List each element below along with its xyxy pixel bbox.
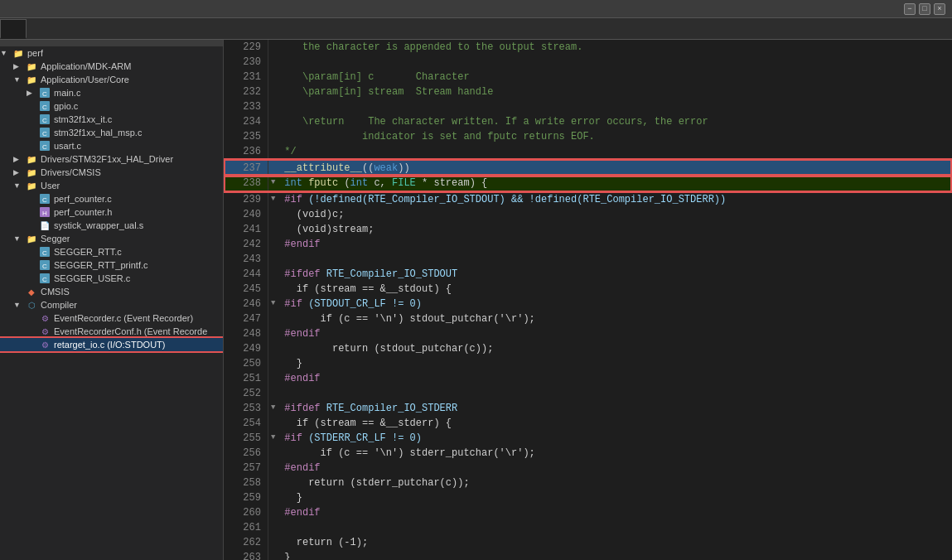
- tree-arrow-drivers-cmsis[interactable]: ▶: [13, 168, 25, 176]
- tree-item-label: usart.c: [54, 141, 81, 151]
- sidebar-item-app-user-core[interactable]: ▼📁Application/User/Core: [0, 73, 223, 86]
- gutter: [268, 207, 278, 222]
- gutter: [268, 520, 278, 535]
- sidebar-item-segger[interactable]: ▼📁Segger: [0, 232, 223, 245]
- line-content[interactable]: #if (!defined(RTE_Compiler_IO_STDOUT) &&…: [278, 191, 951, 207]
- line-content[interactable]: }: [278, 356, 951, 371]
- line-content[interactable]: __attribute__((weak)): [278, 160, 951, 176]
- sidebar-item-main-c[interactable]: ▶Cmain.c: [0, 86, 223, 99]
- line-content[interactable]: #endif: [278, 237, 951, 252]
- line-content[interactable]: if (c == '\n') stderr_putchar('\r');: [278, 446, 951, 461]
- sidebar-item-perf[interactable]: ▼📁perf: [0, 46, 223, 60]
- file-c-icon: C: [38, 100, 51, 112]
- line-number: 230: [225, 55, 268, 70]
- code-editor[interactable]: 229 the character is appended to the out…: [224, 40, 952, 560]
- line-content[interactable]: [278, 99, 951, 114]
- line-content[interactable]: }: [278, 550, 951, 560]
- maximize-button[interactable]: □: [919, 3, 930, 15]
- sidebar-item-event-recorder-conf[interactable]: ⚙EventRecorderConf.h (Event Recorde: [0, 325, 223, 338]
- line-content[interactable]: #endif: [278, 371, 951, 386]
- code-line-241: 241 (void)stream;: [225, 222, 951, 237]
- line-content[interactable]: #endif: [278, 326, 951, 341]
- code-line-250: 250 }: [225, 356, 951, 371]
- tree-arrow-app-mdk[interactable]: ▶: [13, 62, 25, 70]
- line-content[interactable]: (void)c;: [278, 207, 951, 222]
- tree-arrow-drivers-stm32[interactable]: ▶: [13, 155, 25, 163]
- line-content[interactable]: int fputc (int c, FILE * stream) {: [278, 176, 951, 191]
- code-line-261: 261: [225, 520, 951, 535]
- code-line-242: 242#endif: [225, 237, 951, 252]
- line-content[interactable]: [278, 520, 951, 535]
- line-content[interactable]: if (stream == &__stdout) {: [278, 282, 951, 297]
- line-content[interactable]: (void)stream;: [278, 222, 951, 237]
- line-content[interactable]: #endif: [278, 505, 951, 520]
- line-content[interactable]: #ifdef RTE_Compiler_IO_STDERR: [278, 401, 951, 416]
- sidebar-item-stm32f1xx-it[interactable]: Cstm32f1xx_it.c: [0, 113, 223, 126]
- line-content[interactable]: \param[in] c Character: [278, 70, 951, 84]
- tree-arrow-user[interactable]: ▼: [13, 181, 25, 190]
- sidebar-item-drivers-cmsis[interactable]: ▶📁Drivers/CMSIS: [0, 166, 223, 179]
- macro-text: (!defined(RTE_Compiler_IO_STDOUT) && !de…: [302, 194, 726, 205]
- sidebar-item-retarget-io[interactable]: ⚙retarget_io.c (I/O:STDOUT): [0, 338, 223, 351]
- sidebar-item-systick-wrapper[interactable]: 📄systick_wrapper_ual.s: [0, 219, 223, 232]
- line-content[interactable]: #ifdef RTE_Compiler_IO_STDOUT: [278, 267, 951, 282]
- tree-arrow-segger[interactable]: ▼: [13, 234, 25, 243]
- tree-arrow-perf[interactable]: ▼: [0, 49, 12, 57]
- line-content[interactable]: */: [278, 144, 951, 160]
- sidebar-item-event-recorder-c[interactable]: ⚙EventRecorder.c (Event Recorder): [0, 311, 223, 325]
- svg-text:C: C: [42, 104, 47, 111]
- line-content[interactable]: }: [278, 490, 951, 505]
- sidebar-item-perf-counter-c[interactable]: Cperf_counter.c: [0, 192, 223, 205]
- line-content[interactable]: return (stdout_putchar(c));: [278, 341, 951, 356]
- line-content[interactable]: [278, 386, 951, 401]
- gutter: [268, 311, 278, 326]
- file-c-icon: C: [38, 140, 51, 152]
- sidebar-item-app-mdk[interactable]: ▶📁Application/MDK-ARM: [0, 60, 223, 73]
- close-button[interactable]: ×: [934, 3, 945, 15]
- tab-retarget-io[interactable]: [0, 19, 27, 39]
- minimize-button[interactable]: −: [904, 3, 916, 15]
- tree-arrow-app-user-core[interactable]: ▼: [13, 75, 25, 84]
- sidebar-item-stm32f1xx-hal-msp[interactable]: Cstm32f1xx_hal_msp.c: [0, 126, 223, 139]
- comment-text: */: [284, 146, 296, 157]
- line-content[interactable]: return (stderr_putchar(c));: [278, 476, 951, 490]
- line-content[interactable]: if (c == '\n') stdout_putchar('\r');: [278, 311, 951, 326]
- sidebar-item-gpio-c[interactable]: Cgpio.c: [0, 99, 223, 113]
- macro-text: RTE_Compiler_IO_STDERR: [321, 403, 458, 414]
- line-content[interactable]: return (-1);: [278, 535, 951, 550]
- sidebar-item-compiler[interactable]: ▼⬡Compiler: [0, 298, 223, 311]
- sidebar-item-segger-rtt-printf[interactable]: CSEGGER_RTT_printf.c: [0, 258, 223, 272]
- line-content[interactable]: indicator is set and fputc returns EOF.: [278, 129, 951, 144]
- sidebar-item-segger-user[interactable]: CSEGGER_USER.c: [0, 272, 223, 285]
- sidebar-item-perf-counter-h[interactable]: Hperf_counter.h: [0, 205, 223, 219]
- line-content[interactable]: #if (STDERR_CR_LF != 0): [278, 431, 951, 446]
- sidebar-item-drivers-stm32[interactable]: ▶📁Drivers/STM32F1xx_HAL_Driver: [0, 152, 223, 166]
- folder-icon: 📁: [25, 233, 38, 244]
- function-name: fputc: [308, 177, 338, 189]
- sidebar-item-segger-rtt-c[interactable]: CSEGGER_RTT.c: [0, 245, 223, 258]
- line-content[interactable]: the character is appended to the output …: [278, 40, 951, 55]
- sidebar-item-user[interactable]: ▼📁User: [0, 179, 223, 192]
- tree-arrow-compiler[interactable]: ▼: [13, 301, 25, 309]
- gutter: [268, 416, 278, 431]
- line-content[interactable]: \param[in] stream Stream handle: [278, 84, 951, 99]
- gutter: [268, 99, 278, 114]
- line-content[interactable]: [278, 252, 951, 267]
- line-content[interactable]: \return The character written. If a writ…: [278, 114, 951, 129]
- line-content[interactable]: [278, 55, 951, 70]
- file-c-icon: C: [38, 246, 51, 258]
- line-number: 231: [225, 70, 268, 84]
- gutter: ▼: [268, 297, 278, 311]
- line-content[interactable]: #endif: [278, 461, 951, 476]
- line-content[interactable]: #if (STDOUT_CR_LF != 0): [278, 297, 951, 311]
- sidebar-item-cmsis[interactable]: ◆CMSIS: [0, 285, 223, 298]
- line-content[interactable]: if (stream == &__stderr) {: [278, 416, 951, 431]
- macro-text: (STDERR_CR_LF != 0): [302, 432, 422, 444]
- preprocessor-directive: #if: [284, 194, 302, 205]
- tree-arrow-main-c[interactable]: ▶: [27, 89, 38, 97]
- sidebar-item-usart-c[interactable]: Cusart.c: [0, 139, 223, 152]
- folder-icon: 📁: [25, 180, 38, 191]
- tree-item-label: Drivers/STM32F1xx_HAL_Driver: [41, 154, 173, 164]
- preprocessor-directive: #if: [284, 298, 302, 310]
- preprocessor-directive: #endif: [284, 507, 320, 519]
